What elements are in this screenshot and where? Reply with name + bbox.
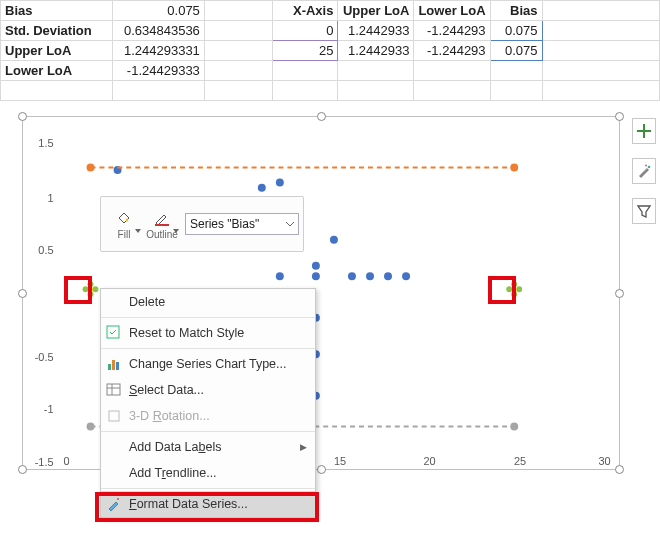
label-ulo: Upper LoA xyxy=(1,41,113,61)
label-std: Std. Deviation xyxy=(1,21,113,41)
svg-rect-50 xyxy=(112,360,115,370)
svg-point-19 xyxy=(87,164,95,172)
svg-point-8 xyxy=(312,262,320,270)
value-bias: 0.075 xyxy=(112,1,204,21)
svg-point-45 xyxy=(648,166,651,169)
reset-icon xyxy=(106,325,122,341)
svg-point-14 xyxy=(348,272,356,280)
svg-text:25: 25 xyxy=(514,455,526,467)
svg-rect-51 xyxy=(116,362,119,370)
svg-text:-1: -1 xyxy=(44,403,54,415)
svg-text:0: 0 xyxy=(63,455,69,467)
cell-x-0: 0 xyxy=(272,21,338,41)
cell-ulo-1: 1.2442933 xyxy=(338,41,414,61)
chart-styles-button[interactable] xyxy=(632,158,656,184)
rotation-icon xyxy=(106,408,122,424)
menu-reset[interactable]: Reset to Match Style xyxy=(101,320,315,346)
cell-bias-1: 0.075 xyxy=(490,41,542,61)
menu-select-data[interactable]: Select Data... xyxy=(101,377,315,403)
chart-elements-button[interactable] xyxy=(632,118,656,144)
svg-text:1: 1 xyxy=(47,192,53,204)
svg-text:1.5: 1.5 xyxy=(38,137,53,149)
svg-point-30 xyxy=(516,286,522,292)
table-row[interactable]: Upper LoA 1.244293331 25 1.2442933 -1.24… xyxy=(1,41,660,61)
spreadsheet-grid[interactable]: Bias 0.075 X-Axis Upper LoA Lower LoA Bi… xyxy=(0,0,660,101)
outline-button[interactable]: Outline xyxy=(143,209,181,240)
svg-rect-47 xyxy=(155,224,169,226)
svg-rect-49 xyxy=(108,364,111,370)
svg-text:0.5: 0.5 xyxy=(38,244,53,256)
table-row[interactable]: Lower LoA -1.24429333 xyxy=(1,61,660,81)
chart-type-icon xyxy=(106,356,122,372)
fill-button[interactable]: Fill xyxy=(105,209,143,240)
svg-point-22 xyxy=(87,422,95,430)
menu-3d-rotation: 3-D Rotation... xyxy=(101,403,315,429)
highlight-box xyxy=(95,492,319,522)
menu-delete[interactable]: Delete xyxy=(101,289,315,315)
hdr-llo: Lower LoA xyxy=(414,1,490,21)
cell-ulo-0: 1.2442933 xyxy=(338,21,414,41)
svg-point-23 xyxy=(510,422,518,430)
svg-point-25 xyxy=(92,286,98,292)
svg-point-46 xyxy=(645,165,647,167)
cell-llo-0: -1.244293 xyxy=(414,21,490,41)
svg-rect-52 xyxy=(107,384,120,395)
menu-change-type[interactable]: Change Series Chart Type... xyxy=(101,351,315,377)
value-std: 0.634843536 xyxy=(112,21,204,41)
cell-bias-0: 0.075 xyxy=(490,21,542,41)
highlight-box xyxy=(488,276,516,304)
menu-add-labels[interactable]: Add Data Labels▶ xyxy=(101,434,315,460)
select-data-icon xyxy=(106,382,122,398)
svg-text:15: 15 xyxy=(334,455,346,467)
table-row[interactable]: Bias 0.075 X-Axis Upper LoA Lower LoA Bi… xyxy=(1,1,660,21)
svg-rect-55 xyxy=(109,411,119,421)
chart-filters-button[interactable] xyxy=(632,198,656,224)
label-llo: Lower LoA xyxy=(1,61,113,81)
svg-point-17 xyxy=(402,272,410,280)
svg-point-5 xyxy=(276,272,284,280)
hdr-ulo: Upper LoA xyxy=(338,1,414,21)
svg-point-2 xyxy=(276,179,284,187)
svg-text:30: 30 xyxy=(598,455,610,467)
svg-point-13 xyxy=(330,236,338,244)
context-menu[interactable]: Delete Reset to Match Style Change Serie… xyxy=(100,288,316,518)
hdr-x: X-Axis xyxy=(272,1,338,21)
svg-point-15 xyxy=(366,272,374,280)
svg-point-20 xyxy=(510,164,518,172)
svg-text:20: 20 xyxy=(423,455,435,467)
highlight-box xyxy=(64,276,92,304)
mini-toolbar[interactable]: Fill Outline Series "Bias" xyxy=(100,196,304,252)
menu-add-trendline[interactable]: Add Trendline... xyxy=(101,460,315,486)
series-picker[interactable]: Series "Bias" xyxy=(185,213,299,235)
cell-llo-1: -1.244293 xyxy=(414,41,490,61)
svg-text:-0.5: -0.5 xyxy=(35,351,54,363)
table-row[interactable]: Std. Deviation 0.634843536 0 1.2442933 -… xyxy=(1,21,660,41)
svg-point-1 xyxy=(258,184,266,192)
svg-text:-1.5: -1.5 xyxy=(35,456,54,468)
value-ulo: 1.244293331 xyxy=(112,41,204,61)
value-llo: -1.24429333 xyxy=(112,61,204,81)
cell-x-1: 25 xyxy=(272,41,338,61)
hdr-bias: Bias xyxy=(490,1,542,21)
label-bias: Bias xyxy=(1,1,113,21)
series-picker-label: Series "Bias" xyxy=(190,217,259,231)
svg-point-16 xyxy=(384,272,392,280)
svg-rect-48 xyxy=(107,326,119,338)
svg-point-9 xyxy=(312,272,320,280)
